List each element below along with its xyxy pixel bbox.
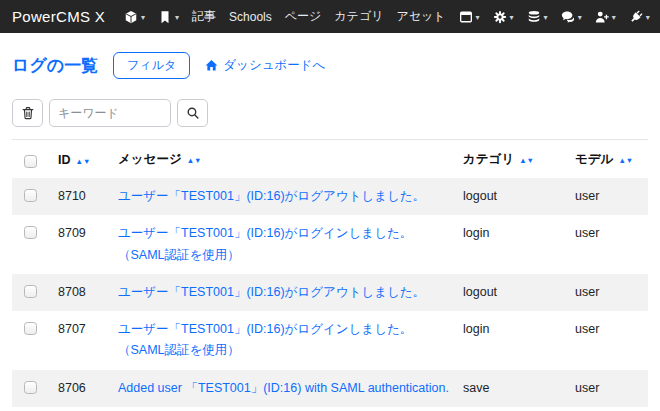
log-id: 8708 [50,274,112,311]
search-bar [12,99,648,127]
sort-descending-icon[interactable]: ▼ [83,157,90,166]
row-checkbox[interactable] [24,322,37,335]
brand-logo[interactable]: PowerCMS X [12,8,105,25]
package-icon [124,10,138,24]
caret-down-icon: ▾ [578,14,582,22]
row-checkbox[interactable] [24,189,37,202]
dashboard-link[interactable]: ダッシュボードへ [205,57,325,74]
column-header-category[interactable]: カテゴリ▲▼ [457,140,569,179]
plug-icon [629,10,643,24]
log-category: login [457,215,569,274]
nav-bookmark-menu[interactable]: ▾ [158,10,179,24]
caret-down-icon: ▾ [646,14,650,22]
sort-descending-icon[interactable]: ▼ [626,156,633,165]
nav-plugin-menu[interactable]: ▾ [629,10,650,24]
caret-down-icon: ▾ [612,14,616,22]
log-message-link[interactable]: Added user 「TEST001」(ID:16) with SAML au… [118,381,449,395]
comments-icon [561,10,575,24]
sort-ascending-icon[interactable]: ▲ [618,156,625,165]
nav-settings-menu[interactable]: ▾ [493,10,514,24]
nav-user-add-menu[interactable]: ▾ [595,10,616,24]
window-icon [459,10,473,24]
home-icon [205,59,218,72]
table-row: 8706 Added user 「TEST001」(ID:16) with SA… [12,370,648,407]
bookmark-icon [158,10,172,24]
page-header: ログの一覧 フィルタ ダッシュボードへ [12,52,648,79]
search-button[interactable] [177,99,208,127]
row-checkbox[interactable] [24,226,37,239]
column-header-id[interactable]: ID▲▼ [50,140,112,179]
log-message-link[interactable]: ユーザー「TEST001」(ID:16)がログアウトしました。 [118,285,425,299]
nav-item-categories[interactable]: カテゴリ [334,8,383,25]
database-icon [527,10,541,24]
column-header-message[interactable]: メッセージ▲▼ [112,140,457,179]
table-row: 8707 ユーザー「TEST001」(ID:16)がログインしました。 （SAM… [12,311,648,370]
log-message-link[interactable]: ユーザー「TEST001」(ID:16)がログインしました。 （SAML認証を使… [118,226,412,261]
table-row: 8708 ユーザー「TEST001」(ID:16)がログアウトしました。 log… [12,274,648,311]
log-id: 8707 [50,311,112,370]
keyword-input[interactable] [49,99,171,127]
sort-ascending-icon[interactable]: ▲ [519,156,526,165]
log-id: 8709 [50,215,112,274]
log-model: user [569,311,648,370]
caret-down-icon: ▾ [544,14,548,22]
top-navbar: PowerCMS X ▾ ▾ 記事 Schools ページ カテゴリ アセット … [0,0,660,33]
nav-window-menu[interactable]: ▾ [459,10,480,24]
log-model: user [569,178,648,215]
page-title: ログの一覧 [12,54,98,77]
delete-button[interactable] [12,99,43,127]
table-header-row: ID▲▼ メッセージ▲▼ カテゴリ▲▼ モデル▲▼ [12,140,648,179]
search-icon [186,106,200,120]
nav-package-menu[interactable]: ▾ [124,10,145,24]
table-row: 8709 ユーザー「TEST001」(ID:16)がログインしました。 （SAM… [12,215,648,274]
user-add-icon [595,10,609,24]
log-id: 8706 [50,370,112,407]
log-category: logout [457,274,569,311]
log-message-link[interactable]: ユーザー「TEST001」(ID:16)がログアウトしました。 [118,189,425,203]
sort-ascending-icon[interactable]: ▲ [76,157,83,166]
nav-item-schools[interactable]: Schools [229,10,272,24]
trash-icon [21,106,35,120]
table-row: 8710 ユーザー「TEST001」(ID:16)がログアウトしました。 log… [12,178,648,215]
log-category: save [457,370,569,407]
log-model: user [569,274,648,311]
nav-database-menu[interactable]: ▾ [527,10,548,24]
gear-icon [493,10,507,24]
log-category: login [457,311,569,370]
sort-ascending-icon[interactable]: ▲ [187,156,194,165]
main-content: ログの一覧 フィルタ ダッシュボードへ ID▲▼ [0,33,660,407]
nav-item-entries[interactable]: 記事 [192,8,216,25]
nav-item-assets[interactable]: アセット [396,8,445,25]
dashboard-link-label: ダッシュボードへ [223,57,325,74]
caret-down-icon: ▾ [510,14,514,22]
log-model: user [569,370,648,407]
sort-descending-icon[interactable]: ▼ [527,156,534,165]
sort-descending-icon[interactable]: ▼ [194,156,201,165]
select-all-checkbox[interactable] [24,155,37,168]
caret-down-icon: ▾ [141,14,145,22]
log-id: 8710 [50,178,112,215]
log-model: user [569,215,648,274]
caret-down-icon: ▾ [175,14,179,22]
row-checkbox[interactable] [24,381,37,394]
filter-button[interactable]: フィルタ [113,52,190,79]
column-header-model[interactable]: モデル▲▼ [569,140,648,179]
row-checkbox[interactable] [24,285,37,298]
nav-item-pages[interactable]: ページ [285,8,322,25]
nav-comments-menu[interactable]: ▾ [561,10,582,24]
log-category: logout [457,178,569,215]
caret-down-icon: ▾ [476,14,480,22]
log-message-link[interactable]: ユーザー「TEST001」(ID:16)がログインしました。 （SAML認証を使… [118,322,412,357]
log-table: ID▲▼ メッセージ▲▼ カテゴリ▲▼ モデル▲▼ 8710 ユーザー「TEST… [12,139,648,407]
